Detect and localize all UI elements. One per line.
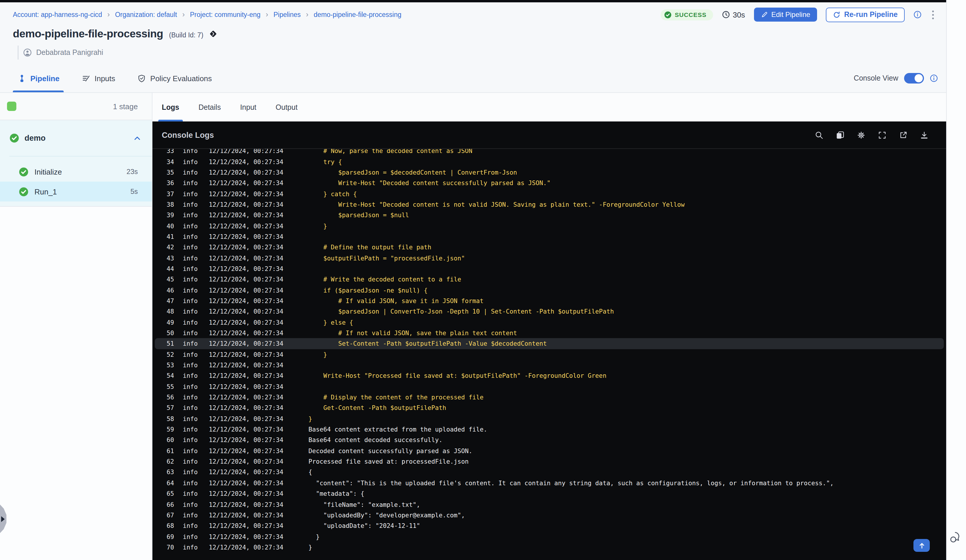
stage-group-header[interactable]: demo [0,120,152,156]
log-line-41[interactable]: 41info12/12/2024, 00:27:34 [153,231,946,242]
edit-pipeline-button[interactable]: Edit Pipeline [754,8,817,21]
log-line-56[interactable]: 56info12/12/2024, 00:27:34 # Display the… [153,392,946,402]
log-timestamp: 12/12/2024, 00:27:34 [209,512,283,519]
breadcrumb-item[interactable]: Pipelines [273,11,301,18]
log-line-36[interactable]: 36info12/12/2024, 00:27:34 Write-Host "D… [153,177,946,188]
log-line-46[interactable]: 46info12/12/2024, 00:27:34 if ($parsedJs… [153,285,946,296]
log-timestamp: 12/12/2024, 00:27:34 [209,426,283,433]
scroll-to-top-button[interactable] [913,539,930,552]
step-item-run_1[interactable]: Run_15s [0,182,152,202]
log-line-number: 70 [166,544,174,551]
log-line-63[interactable]: 63info12/12/2024, 00:27:34{ [153,467,946,478]
chevron-up-icon[interactable] [133,134,141,142]
log-level: info [183,169,198,176]
log-line-66[interactable]: 66info12/12/2024, 00:27:34 "fileName": "… [153,499,946,510]
log-text: # Define the output file path [308,244,431,251]
log-timestamp: 12/12/2024, 00:27:34 [209,244,283,251]
log-line-61[interactable]: 61info12/12/2024, 00:27:34Decoded conten… [153,445,946,456]
log-area[interactable]: 33info12/12/2024, 00:27:34 # Now, parse … [153,149,946,560]
log-level: info [183,351,198,358]
log-line-37[interactable]: 37info12/12/2024, 00:27:34 } catch { [153,188,946,199]
log-level: info [183,244,198,251]
copy-icon[interactable] [836,130,844,139]
stage-status-square-icon [7,102,16,111]
breadcrumb-item[interactable]: Account: app-harness-ng-cicd [13,11,102,18]
stages-sidebar: 1 stage demo Initialize23sRun_15s [0,93,153,560]
more-options-menu-icon[interactable] [930,8,936,21]
log-line-39[interactable]: 39info12/12/2024, 00:27:34 $parsedJson =… [153,210,946,220]
log-text: Base64 content decoded successfully. [308,437,442,443]
log-line-42[interactable]: 42info12/12/2024, 00:27:34 # Define the … [153,242,946,253]
log-line-48[interactable]: 48info12/12/2024, 00:27:34 $parsedJson |… [153,306,946,317]
log-line-69[interactable]: 69info12/12/2024, 00:27:34 } [153,531,946,542]
log-tab-output[interactable]: Output [276,93,297,122]
breadcrumb-item[interactable]: demo-pipeline-file-processing [314,11,401,18]
step-item-initialize[interactable]: Initialize23s [0,162,152,182]
log-tab-details[interactable]: Details [199,93,221,122]
log-timestamp: 12/12/2024, 00:27:34 [209,415,283,422]
log-line-60[interactable]: 60info12/12/2024, 00:27:34Base64 content… [153,435,946,445]
log-line-45[interactable]: 45info12/12/2024, 00:27:34 # Write the d… [153,274,946,285]
log-line-number: 42 [166,244,174,251]
settings-icon[interactable] [857,130,866,139]
group-divider [9,156,152,156]
log-line-53[interactable]: 53info12/12/2024, 00:27:34 [153,360,946,371]
pipeline-diamond-icon[interactable] [209,30,217,38]
stage-group-demo: demo Initialize23sRun_15s [0,120,152,207]
log-line-52[interactable]: 52info12/12/2024, 00:27:34 } [153,349,946,360]
log-line-number: 64 [166,480,174,486]
download-icon[interactable] [920,130,928,139]
log-line-57[interactable]: 57info12/12/2024, 00:27:34 Get-Content -… [153,402,946,414]
log-line-44[interactable]: 44info12/12/2024, 00:27:34 [153,263,946,274]
info-icon[interactable] [913,10,922,19]
rerun-pipeline-button[interactable]: Re-run Pipeline [826,7,905,22]
log-line-54[interactable]: 54info12/12/2024, 00:27:34 Write-Host "P… [153,370,946,381]
log-tab-input[interactable]: Input [240,93,256,122]
log-line-50[interactable]: 50info12/12/2024, 00:27:34 # If not vali… [153,328,946,338]
log-line-35[interactable]: 35info12/12/2024, 00:27:34 $parsedJson =… [153,167,946,177]
log-line-34[interactable]: 34info12/12/2024, 00:27:34 try { [153,156,946,167]
log-line-number: 41 [166,233,174,240]
log-level: info [183,404,198,411]
log-timestamp: 12/12/2024, 00:27:34 [209,447,283,454]
log-line-33[interactable]: 33info12/12/2024, 00:27:34 # Now, parse … [153,149,946,156]
log-line-68[interactable]: 68info12/12/2024, 00:27:34 "uploadDate":… [153,520,946,531]
pipeline-icon [18,74,26,83]
log-line-number: 53 [166,361,174,368]
search-icon[interactable] [815,130,823,139]
log-line-64[interactable]: 64info12/12/2024, 00:27:34 "content": "T… [153,477,946,488]
inputs-icon [82,74,90,83]
log-line-67[interactable]: 67info12/12/2024, 00:27:34 "uploadedBy":… [153,509,946,520]
tab-label: Pipeline [30,74,59,83]
console-view-info-icon[interactable] [930,74,938,82]
log-tab-logs[interactable]: Logs [162,93,179,122]
tab-inputs[interactable]: Inputs [82,64,115,92]
support-chat-icon[interactable] [949,531,964,546]
fullscreen-icon[interactable] [878,130,887,139]
log-line-38[interactable]: 38info12/12/2024, 00:27:34 Write-Host "D… [153,199,946,210]
log-line-47[interactable]: 47info12/12/2024, 00:27:34 # If valid JS… [153,296,946,306]
tab-policy-evaluations[interactable]: Policy Evaluations [138,64,212,92]
console-view-toggle[interactable] [904,73,924,84]
log-line-40[interactable]: 40info12/12/2024, 00:27:34 } [153,220,946,231]
log-line-55[interactable]: 55info12/12/2024, 00:27:34 [153,381,946,392]
log-level: info [183,211,198,218]
open-in-new-icon[interactable] [899,130,908,139]
log-timestamp: 12/12/2024, 00:27:34 [209,286,283,294]
log-line-number: 39 [166,211,174,218]
log-line-59[interactable]: 59info12/12/2024, 00:27:34Base64 content… [153,424,946,435]
log-line-62[interactable]: 62info12/12/2024, 00:27:34Processed file… [153,456,946,467]
breadcrumb-item[interactable]: Organization: default [115,11,177,18]
log-line-70[interactable]: 70info12/12/2024, 00:27:34} [153,542,946,552]
log-line-43[interactable]: 43info12/12/2024, 00:27:34 $outputFilePa… [153,253,946,263]
log-timestamp: 12/12/2024, 00:27:34 [209,469,283,476]
log-line-65[interactable]: 65info12/12/2024, 00:27:34 "metadata": { [153,488,946,499]
log-line-number: 38 [166,201,174,208]
log-line-58[interactable]: 58info12/12/2024, 00:27:34} [153,413,946,424]
log-line-51[interactable]: 51info12/12/2024, 00:27:34 Set-Content -… [155,338,944,349]
tab-pipeline[interactable]: Pipeline [18,64,59,92]
log-line-49[interactable]: 49info12/12/2024, 00:27:34 } else { [153,317,946,328]
main-panel: LogsDetailsInputOutput Console Logs 33in… [153,93,946,560]
breadcrumb-item[interactable]: Project: community-eng [190,11,261,18]
log-timestamp: 12/12/2024, 00:27:34 [209,458,283,465]
